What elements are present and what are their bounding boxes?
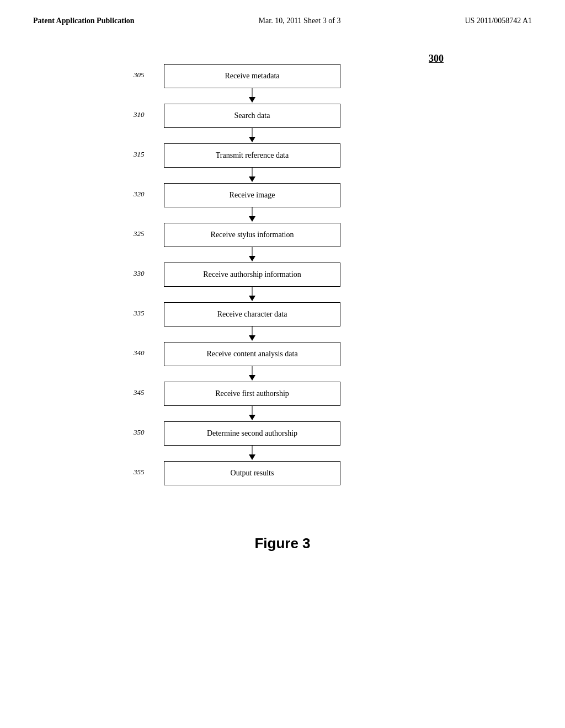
step-label-340: 340	[134, 342, 164, 357]
arrow-container	[134, 326, 465, 342]
step-label-310: 310	[134, 104, 164, 119]
flow-container: 305Receive metadata310Search data315Tran…	[134, 64, 465, 485]
step-box-340: Receive content analysis data	[164, 342, 340, 366]
step-row: 325Receive stylus information	[134, 223, 465, 247]
arrow-line	[164, 247, 340, 263]
arrow-line	[164, 446, 340, 461]
figure-number-label: 300	[429, 53, 444, 65]
arrow-container	[134, 446, 465, 461]
step-label-350: 350	[134, 421, 164, 437]
arrow-container	[134, 247, 465, 263]
step-box-320: Receive image	[164, 183, 340, 207]
arrow-container	[134, 287, 465, 302]
step-row: 335Receive character data	[134, 302, 465, 326]
arrow-line	[164, 366, 340, 382]
step-box-355: Output results	[164, 461, 340, 485]
header-patent-label: US 2011/0058742 A1	[465, 17, 532, 25]
figure-caption: Figure 3	[0, 535, 565, 552]
step-box-350: Determine second authorship	[164, 421, 340, 446]
step-label-320: 320	[134, 183, 164, 199]
step-row: 310Search data	[134, 104, 465, 128]
step-box-330: Receive authorship information	[164, 263, 340, 287]
step-label-355: 355	[134, 461, 164, 477]
step-box-315: Transmit reference data	[164, 143, 340, 168]
step-label-345: 345	[134, 382, 164, 397]
step-box-305: Receive metadata	[164, 64, 340, 88]
step-row: 315Transmit reference data	[134, 143, 465, 168]
step-row: 320Receive image	[134, 183, 465, 207]
arrow-container	[134, 88, 465, 104]
arrow-container	[134, 128, 465, 143]
arrow-line	[164, 326, 340, 342]
arrow-container	[134, 207, 465, 223]
step-label-325: 325	[134, 223, 164, 238]
step-label-305: 305	[134, 64, 164, 79]
arrow-container	[134, 406, 465, 421]
page: Patent Application Publication Mar. 10, …	[0, 0, 565, 728]
arrow-container	[134, 168, 465, 183]
arrow-line	[164, 287, 340, 302]
arrow-line	[164, 406, 340, 421]
step-label-330: 330	[134, 263, 164, 278]
arrow-line	[164, 128, 340, 143]
step-row: 305Receive metadata	[134, 64, 465, 88]
step-label-335: 335	[134, 302, 164, 318]
arrow-container	[134, 366, 465, 382]
step-box-345: Receive first authorship	[164, 382, 340, 406]
header-publication-label: Patent Application Publication	[33, 17, 135, 25]
step-row: 330Receive authorship information	[134, 263, 465, 287]
step-row: 355Output results	[134, 461, 465, 485]
step-box-335: Receive character data	[164, 302, 340, 326]
step-row: 345Receive first authorship	[134, 382, 465, 406]
arrow-line	[164, 207, 340, 223]
step-box-325: Receive stylus information	[164, 223, 340, 247]
step-box-310: Search data	[164, 104, 340, 128]
arrow-line	[164, 88, 340, 104]
header-date-sheet-label: Mar. 10, 2011 Sheet 3 of 3	[259, 17, 341, 25]
step-label-315: 315	[134, 143, 164, 159]
step-row: 340Receive content analysis data	[134, 342, 465, 366]
header: Patent Application Publication Mar. 10, …	[0, 0, 565, 36]
diagram-area: 300 305Receive metadata310Search data315…	[0, 36, 565, 507]
step-row: 350Determine second authorship	[134, 421, 465, 446]
arrow-line	[164, 168, 340, 183]
